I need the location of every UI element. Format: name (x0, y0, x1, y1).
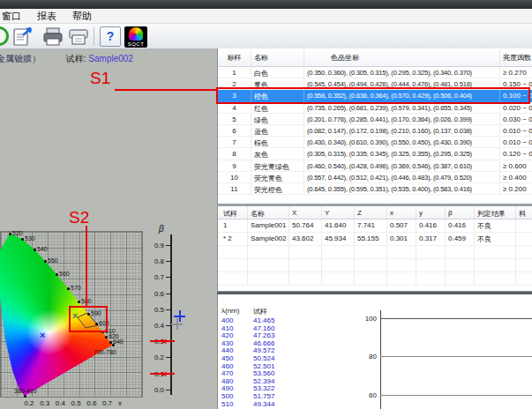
samples-header-col-8[interactable]: β (446, 206, 475, 219)
annotation-s2-line (86, 226, 87, 306)
standards-table-row[interactable]: 1白色(0.350, 0.360), (0.305, 0.315), (0.29… (218, 67, 532, 78)
standard-factor: 0.120 ~ 0.180 (500, 148, 532, 159)
sample-cell (516, 246, 532, 258)
pane-splitter-bottom[interactable] (217, 291, 532, 294)
menu-item-3[interactable]: 帮助 (64, 9, 100, 24)
samples-table-row[interactable] (218, 259, 532, 272)
annotation-s2-rect (69, 306, 108, 332)
menu-item-1[interactable]: 窗口 (0, 9, 29, 24)
print-icon[interactable] (42, 26, 64, 47)
beta-tick-label-0.2: 0.2 (146, 353, 164, 361)
annotation-s2: S2 (69, 208, 89, 227)
beta-tick-dash (166, 277, 171, 278)
samples-header-col-2[interactable]: 名称 (248, 206, 289, 219)
samples-header-col-3[interactable]: X (289, 206, 322, 219)
sample-cell (355, 259, 387, 271)
sample-cell (416, 259, 446, 271)
standards-table-row[interactable]: 10荧光黄色(0.557, 0.442), (0.512, 0.421), (0… (218, 172, 532, 183)
annotation-s1-rect (216, 87, 530, 104)
print-page-icon[interactable] (68, 26, 89, 47)
spectral-plot-gridline (380, 318, 532, 319)
toolbar: ? SQCT (0, 24, 532, 49)
sample-cell: 45.934 (322, 233, 355, 245)
standard-coords: (0.350, 0.360), (0.305, 0.315), (0.295, … (304, 67, 500, 78)
beta-tick-label-0.4: 0.4 (146, 322, 164, 330)
samples-table-row[interactable]: * 2Sample00243.60245.93455.1550.3010.317… (218, 233, 532, 246)
standards-header-col-4[interactable]: 亮度因数 (500, 50, 532, 66)
samples-header-col-10[interactable]: 料号 (516, 206, 532, 219)
locus-label-520: 520 (12, 230, 23, 236)
samples-header-col-1[interactable]: 试样 (218, 206, 248, 219)
x-axis-tick-0.2: 0.2 (22, 399, 36, 407)
samples-table-row[interactable] (218, 272, 532, 286)
sample-cell (355, 246, 387, 258)
spectral-value-column: 41.465 47.160 47.263 46.666 49.572 50.52… (253, 317, 274, 408)
standard-factor: ≥ 0.270 (500, 67, 532, 78)
standard-name: 荧光黄色 (251, 172, 304, 182)
export-report-icon[interactable] (12, 26, 34, 47)
sqct-logo-icon[interactable]: SQCT (124, 26, 147, 48)
standard-coords: (0.201, 0.776), (0.285, 0.441), (0.170, … (304, 114, 500, 124)
sample-cell: 55.155 (355, 233, 387, 245)
standard-factor: 0.010 ~ 0.100 (500, 125, 532, 136)
sample-cell: 0.317 (416, 233, 446, 245)
sample-cell (289, 259, 322, 271)
x-axis-tick-0.7: 0.7 (101, 399, 115, 407)
sample-cell: 41.640 (322, 219, 355, 232)
locus-point-520 (9, 233, 11, 235)
standard-id: 11 (218, 183, 251, 194)
locus-label-570: 570 (71, 285, 81, 291)
samples-header-col-5[interactable]: Z (355, 206, 387, 219)
standards-header-col-2[interactable]: 名称 (251, 50, 304, 66)
spectral-plot-ytick: 60 (357, 391, 377, 399)
beta-tick-dash (166, 357, 171, 358)
coating-type-text: 金属镀膜） (0, 54, 41, 63)
standard-id: 6 (218, 125, 251, 136)
samples-header-col-9[interactable]: 判定结果 (475, 206, 516, 219)
sample-cell: 不良 (475, 233, 516, 245)
help-icon[interactable]: ? (100, 26, 121, 47)
refresh-ring-icon[interactable] (0, 26, 9, 46)
tolerance-min-marker: × (161, 369, 167, 378)
samples-table-row[interactable]: 1Sample00150.76441.6407.7410.5070.4160.4… (218, 219, 532, 233)
standards-table-row[interactable]: 7棕色(0.430, 0.340), (0.610, 0.390), (0.55… (218, 137, 532, 148)
samples-header-col-6[interactable]: x (387, 206, 416, 219)
samples-header-col-7[interactable]: y (416, 206, 446, 219)
beta-tick-label-0.9: 0.9 (146, 242, 164, 249)
samples-table-row[interactable] (218, 246, 532, 259)
standard-id: 1 (218, 67, 251, 78)
standards-table-row[interactable]: 9荧光黄绿色(0.460, 0.540), (0.428, 0.496), (0… (218, 160, 532, 172)
standards-table-row[interactable]: 6蓝色(0.082, 0.147), (0.172, 0.198), (0.21… (218, 125, 532, 137)
sample-label: 试样: (66, 54, 86, 63)
locus-point-620 (105, 336, 108, 338)
standards-table-row[interactable]: 5绿色(0.201, 0.776), (0.285, 0.441), (0.17… (218, 114, 532, 125)
sample-cell (416, 272, 446, 285)
sample-cell (387, 246, 416, 258)
standards-header-col-1[interactable]: 标样 (218, 50, 251, 66)
sample1-beta-marker (171, 318, 183, 330)
pane-splitter-top[interactable] (217, 204, 532, 206)
samples-header-col-4[interactable]: Y (322, 206, 355, 219)
menu-item-2[interactable]: 报表 (29, 9, 64, 24)
sample-cell: 0.301 (387, 233, 416, 245)
beta-axis-line (170, 234, 172, 395)
beta-axis-label: β (159, 224, 164, 234)
x-axis-tick-0.4: 0.4 (53, 399, 67, 407)
locus-label-530: 530 (25, 235, 35, 242)
standards-header-col-3[interactable]: 色品坐标 (304, 50, 500, 66)
sample-cell: 43.602 (289, 233, 322, 245)
standards-table-row[interactable]: 11荧光橙色(0.645, 0.355), (0.595, 0.351), (0… (218, 183, 532, 195)
locus-point-580 (78, 301, 80, 303)
standard-coords: (0.460, 0.540), (0.428, 0.496), (0.369, … (304, 160, 500, 171)
beta-tick-dash (166, 390, 171, 390)
standard-name: 蓝色 (251, 125, 304, 136)
sample-cell (475, 272, 516, 285)
standard-coords: (0.082, 0.147), (0.172, 0.198), (0.210, … (304, 125, 500, 136)
sample-cell: 0.507 (387, 219, 416, 232)
sample-cell (322, 246, 355, 258)
beta-tick-dash (166, 309, 171, 310)
spectral-sample-header: 试样 (253, 307, 267, 316)
locus-point-560 (56, 273, 58, 276)
standards-table-row[interactable]: 8灰色(0.305, 0.315), (0.335, 0.345), (0.32… (218, 148, 532, 160)
standard-name: 灰色 (251, 148, 304, 159)
